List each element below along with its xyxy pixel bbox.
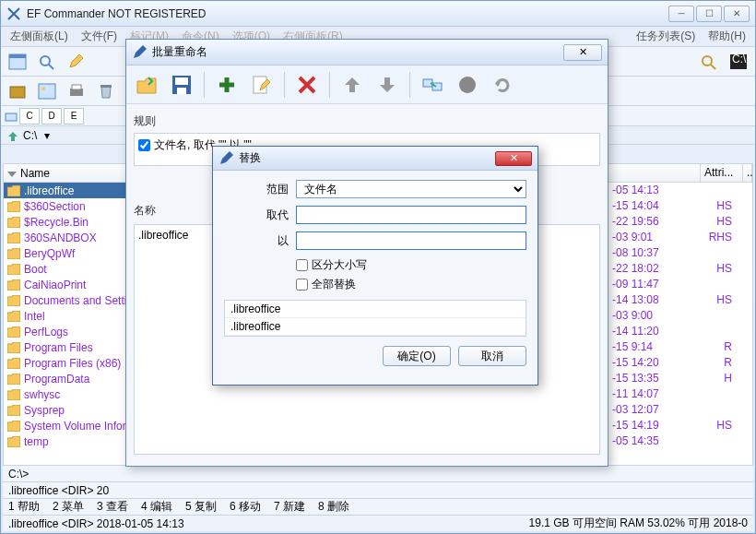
tb-image-icon[interactable] — [34, 79, 60, 103]
left-col-header[interactable]: Name — [4, 164, 125, 183]
file-row[interactable]: Program Files — [4, 339, 125, 355]
right-row[interactable]: -14 13:08HS — [608, 292, 752, 308]
with-input[interactable] — [296, 231, 526, 250]
tb-print-icon[interactable] — [64, 79, 89, 103]
rename-tb-apply-icon[interactable] — [418, 70, 447, 100]
right-row[interactable]: -14 11:20 — [608, 324, 752, 339]
rename-tb-down-icon[interactable] — [372, 70, 402, 100]
status-file: .libreoffice <DIR> 2018-01-05 14:13 — [8, 517, 184, 530]
right-row[interactable]: -03 12:07 — [608, 402, 752, 418]
file-row[interactable]: $360Section — [4, 198, 125, 214]
file-row[interactable]: Boot — [4, 261, 125, 277]
menu-file[interactable]: 文件(F) — [76, 27, 123, 46]
right-row[interactable]: -11 14:07 — [608, 386, 752, 402]
tb-console-icon[interactable]: C:\ — [726, 50, 751, 74]
drive-d[interactable]: D — [41, 108, 62, 125]
rename-tb-stop-icon[interactable] — [453, 70, 482, 100]
all-checkbox[interactable] — [296, 279, 308, 291]
svg-rect-12 — [72, 85, 81, 89]
rename-tb-open-icon[interactable] — [132, 70, 161, 100]
rename-tb-add-icon[interactable] — [212, 70, 242, 100]
tb-edit-icon[interactable] — [64, 50, 89, 74]
right-row[interactable]: -15 13:35H — [608, 371, 752, 386]
right-row[interactable]: -09 11:47 — [608, 277, 752, 292]
right-row[interactable]: -15 14:04HS — [608, 198, 752, 214]
right-row[interactable]: -15 14:19HS — [608, 418, 752, 433]
f1-help[interactable]: 1 帮助 — [8, 499, 40, 515]
col-attri[interactable]: Attri... — [701, 164, 743, 182]
rename-tb-undo-icon[interactable] — [488, 70, 517, 100]
svg-rect-13 — [100, 85, 112, 88]
file-row[interactable]: System Volume Inform — [4, 418, 125, 433]
menu-task-list[interactable]: 任务列表(S) — [631, 27, 701, 46]
right-row[interactable]: -03 9:01RHS — [608, 230, 752, 245]
right-row[interactable]: -03 9:00 — [608, 308, 752, 324]
tb-trash-icon[interactable] — [93, 79, 119, 103]
cmd-prompt-bar: C:\> — [3, 465, 753, 481]
file-row[interactable]: Sysprep — [4, 402, 125, 418]
tb-search-icon[interactable] — [34, 50, 60, 74]
svg-line-3 — [49, 65, 53, 69]
right-row[interactable]: -22 19:56HS — [608, 214, 752, 230]
f2-menu[interactable]: 2 菜单 — [53, 499, 84, 515]
f8-del[interactable]: 8 删除 — [318, 499, 349, 515]
right-rows[interactable]: -05 14:13-15 14:04HS-22 19:56HS-03 9:01R… — [608, 183, 752, 449]
cancel-button[interactable]: 取消 — [458, 346, 526, 366]
menu-help[interactable]: 帮助(H) — [703, 27, 751, 46]
case-checkbox[interactable] — [296, 259, 308, 271]
maximize-button[interactable]: ☐ — [696, 6, 722, 22]
file-row[interactable]: temp — [4, 433, 125, 449]
ok-button[interactable]: 确定(O) — [383, 346, 451, 366]
replace-close-button[interactable]: ✕ — [495, 151, 532, 166]
right-row[interactable]: -08 10:37 — [608, 245, 752, 261]
all-label: 全部替换 — [312, 277, 356, 292]
replace-preview: .libreoffice .libreoffice — [224, 300, 526, 337]
scope-select[interactable]: 文件名 — [296, 180, 526, 198]
main-title-bar: EF Commander NOT REGISTERED ─ ☐ ✕ — [1, 1, 755, 27]
svg-text:C:\: C:\ — [732, 53, 747, 65]
f3-view[interactable]: 3 查看 — [97, 499, 128, 515]
file-row[interactable]: BeryQpWf — [4, 245, 125, 261]
rename-close-button[interactable]: ✕ — [563, 44, 602, 61]
fkey-bar: 1 帮助 2 菜单 3 查看 4 编辑 5 复制 6 移动 7 新建 8 删除 — [3, 498, 753, 515]
file-row[interactable]: PerfLogs — [4, 324, 125, 339]
find-input[interactable] — [296, 206, 526, 224]
file-row[interactable]: 360SANDBOX — [4, 230, 125, 245]
f4-edit[interactable]: 4 编辑 — [141, 499, 172, 515]
drive-e[interactable]: E — [64, 108, 84, 125]
rename-tb-edit-icon[interactable] — [247, 70, 277, 100]
minimize-button[interactable]: ─ — [668, 6, 694, 22]
right-row[interactable]: -05 14:35 — [608, 433, 752, 449]
drive-c[interactable]: C — [19, 108, 40, 125]
close-button[interactable]: ✕ — [724, 6, 750, 22]
tb-find-icon[interactable] — [696, 50, 722, 74]
file-row[interactable]: $Recycle.Bin — [4, 214, 125, 230]
rename-tb-up-icon[interactable] — [337, 70, 367, 100]
menu-left-panel[interactable]: 左侧面板(L) — [5, 27, 74, 46]
file-row[interactable]: .libreoffice — [4, 183, 125, 198]
file-list[interactable]: .libreoffice$360Section$Recycle.Bin360SA… — [4, 183, 125, 481]
right-row[interactable]: -05 14:13 — [608, 183, 752, 198]
rename-tb-save-icon[interactable] — [167, 70, 196, 100]
rename-tb-delete-icon[interactable] — [292, 70, 322, 100]
col-date[interactable] — [608, 164, 701, 182]
f5-copy[interactable]: 5 复制 — [185, 499, 217, 515]
rule-checkbox[interactable] — [138, 139, 150, 151]
right-row[interactable]: -22 18:02HS — [608, 261, 752, 277]
file-row[interactable]: Documents and Settin — [4, 292, 125, 308]
file-row[interactable]: CaiNiaoPrint — [4, 277, 125, 292]
path-text: C:\ — [23, 129, 37, 142]
file-row[interactable]: ProgramData — [4, 371, 125, 386]
tb-panel-icon[interactable] — [5, 50, 30, 74]
tb-pack-icon[interactable] — [5, 79, 30, 103]
f7-new[interactable]: 7 新建 — [274, 499, 305, 515]
file-row[interactable]: Intel — [4, 308, 125, 324]
cmd-prompt-text[interactable]: C:\> — [8, 468, 29, 481]
col-extra[interactable]: .. — [743, 164, 752, 182]
f6-move[interactable]: 6 移动 — [230, 499, 261, 515]
file-row[interactable]: Program Files (x86) — [4, 355, 125, 371]
up-folder-icon[interactable] — [6, 129, 19, 142]
right-row[interactable]: -15 14:20R — [608, 355, 752, 371]
file-row[interactable]: swhysc — [4, 386, 125, 402]
right-row[interactable]: -15 9:14R — [608, 339, 752, 355]
